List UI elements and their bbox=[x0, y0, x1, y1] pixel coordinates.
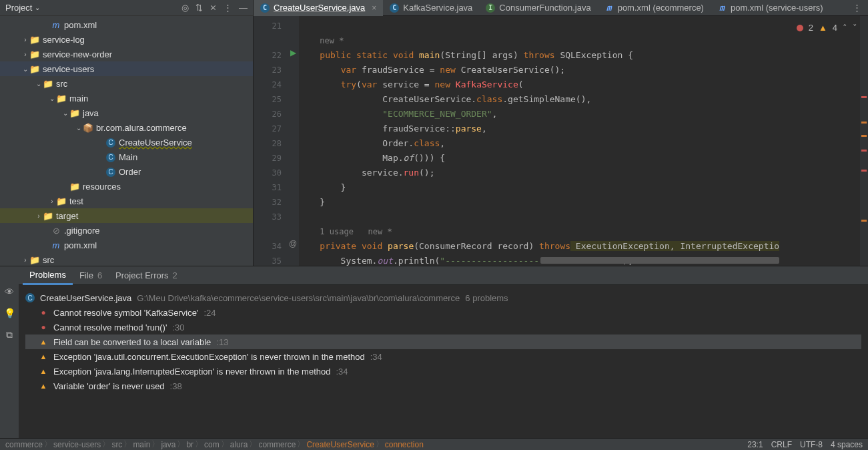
warning-icon: ▲ bbox=[819, 23, 827, 33]
tree-item[interactable]: COrder bbox=[0, 164, 253, 179]
tree-arrow-icon[interactable]: ⌄ bbox=[61, 109, 69, 117]
problem-item[interactable]: Cannot resolve method 'run()':30 bbox=[25, 320, 861, 334]
prev-highlight-icon[interactable]: ˄ bbox=[843, 23, 847, 33]
tree-item[interactable]: CCreateUserService bbox=[0, 135, 253, 150]
problem-item[interactable]: ▲Exception 'java.util.concurrent.Executi… bbox=[25, 349, 861, 364]
override-gutter-icon[interactable]: @ bbox=[289, 239, 297, 248]
status-item[interactable]: 23:1 bbox=[747, 440, 763, 449]
error-stripe[interactable] bbox=[860, 16, 868, 266]
tree-item[interactable]: ›📁service-log bbox=[0, 32, 253, 47]
module-icon: 📁 bbox=[29, 49, 40, 59]
sidebar-title[interactable]: Project bbox=[5, 3, 32, 13]
project-tree[interactable]: mpom.xml›📁service-log›📁service-new-order… bbox=[0, 16, 253, 268]
breadcrumb-item[interactable]: CreateUserService bbox=[306, 440, 374, 449]
tree-label: pom.xml bbox=[64, 20, 97, 30]
breadcrumb-item[interactable]: connection bbox=[385, 440, 424, 449]
problems-tab-problems[interactable]: Problems bbox=[23, 266, 73, 285]
tree-item[interactable]: ›📁service-new-order bbox=[0, 47, 253, 61]
tree-arrow-icon[interactable]: ⌄ bbox=[21, 65, 29, 73]
maven-icon: m bbox=[717, 3, 727, 13]
warning-icon: ▲ bbox=[39, 367, 48, 376]
tree-item[interactable]: mpom.xml bbox=[0, 238, 253, 252]
tree-item[interactable]: ›📁test bbox=[0, 194, 253, 208]
tree-item[interactable]: ⌄📁src bbox=[0, 76, 253, 91]
tabs-more-icon[interactable]: ⋮ bbox=[853, 3, 868, 13]
problem-item[interactable]: ▲Exception 'java.lang.InterruptedExcepti… bbox=[25, 364, 861, 379]
breadcrumb[interactable]: commerce 〉 service-users 〉 src 〉 main 〉 … bbox=[5, 439, 424, 450]
tree-arrow-icon[interactable]: › bbox=[21, 256, 29, 264]
select-opened-file-icon[interactable]: ◎ bbox=[181, 3, 189, 13]
tree-arrow-icon[interactable]: › bbox=[21, 51, 29, 58]
tree-label: test bbox=[69, 196, 83, 206]
source-folder-icon: 📁 bbox=[69, 108, 80, 118]
tree-arrow-icon[interactable]: › bbox=[21, 36, 29, 43]
chevron-down-icon[interactable]: ⌄ bbox=[35, 4, 40, 11]
run-gutter-icon[interactable]: ▶ bbox=[290, 48, 296, 57]
breadcrumb-item[interactable]: com bbox=[204, 440, 220, 449]
next-highlight-icon[interactable]: ˅ bbox=[853, 23, 857, 33]
close-icon[interactable]: × bbox=[372, 3, 376, 13]
breadcrumb-item[interactable]: br bbox=[186, 440, 193, 449]
problems-panel: 👁 💡 ⧉ Problems File6 Project Errors2 C C… bbox=[0, 266, 868, 438]
breadcrumb-item[interactable]: commerce bbox=[5, 440, 43, 449]
breadcrumb-item[interactable]: commerce bbox=[258, 440, 296, 449]
problem-item[interactable]: ▲Field can be converted to a local varia… bbox=[25, 334, 861, 349]
error-icon bbox=[39, 322, 48, 332]
tab-label: pom.xml (ecommerce) bbox=[618, 3, 704, 13]
tab-pom-ecommerce[interactable]: m pom.xml (ecommerce) bbox=[598, 0, 711, 16]
collapse-all-icon[interactable]: ⨯ bbox=[209, 3, 217, 13]
tree-item[interactable]: ⌄📁service-users bbox=[0, 61, 253, 76]
problem-location: :34 bbox=[336, 367, 348, 377]
tab-consumerfunction[interactable]: I ConsumerFunction.java bbox=[479, 0, 597, 16]
tree-item[interactable]: ⌄📁main bbox=[0, 91, 253, 105]
problem-item[interactable]: ▲Variable 'order' is never used:38 bbox=[25, 379, 861, 393]
problem-item[interactable]: Cannot resolve symbol 'KafkaService':24 bbox=[25, 305, 861, 320]
breadcrumb-item[interactable]: service-users bbox=[53, 440, 101, 449]
tree-item[interactable]: CMain bbox=[0, 150, 253, 164]
status-item[interactable]: CRLF bbox=[771, 440, 792, 449]
tree-arrow-icon[interactable]: ⌄ bbox=[35, 80, 43, 87]
ptab-label: Project Errors bbox=[115, 270, 168, 280]
problems-body: C CreateUserService.java G:\Meu Drive\ka… bbox=[19, 285, 868, 438]
hide-icon[interactable]: — bbox=[239, 3, 248, 13]
status-item[interactable]: 4 spaces bbox=[831, 440, 863, 449]
breadcrumb-item[interactable]: src bbox=[111, 440, 122, 449]
tab-createuserservice[interactable]: C CreateUserService.java × bbox=[254, 0, 383, 16]
tree-arrow-icon[interactable]: › bbox=[35, 212, 43, 220]
tree-arrow-icon[interactable]: ⌄ bbox=[75, 124, 83, 132]
copy-icon[interactable]: ⧉ bbox=[6, 329, 13, 341]
tree-item[interactable]: ›📁target bbox=[0, 208, 253, 223]
breadcrumb-item[interactable]: alura bbox=[230, 440, 248, 449]
tree-item[interactable]: 📁resources bbox=[0, 179, 253, 194]
tab-pom-service-users[interactable]: m pom.xml (service-users) bbox=[711, 0, 830, 16]
inspection-widget[interactable]: 2 ▲ 4 ˄ ˅ bbox=[794, 21, 860, 34]
problems-tab-project-errors[interactable]: Project Errors2 bbox=[109, 266, 184, 285]
problems-tab-file[interactable]: File6 bbox=[73, 266, 109, 285]
problems-file-header[interactable]: C CreateUserService.java G:\Meu Drive\ka… bbox=[25, 290, 861, 305]
expand-all-icon[interactable]: ⇅ bbox=[195, 3, 203, 13]
ptab-count: 6 bbox=[97, 270, 102, 280]
problems-tabs: Problems File6 Project Errors2 bbox=[19, 266, 868, 285]
module-icon: 📁 bbox=[29, 64, 40, 74]
intention-bulb-icon[interactable]: 💡 bbox=[4, 308, 15, 318]
tree-arrow-icon[interactable]: › bbox=[48, 198, 56, 205]
tree-item[interactable]: ⌄📦br.com.alura.commerce bbox=[0, 120, 253, 135]
view-options-icon[interactable]: 👁 bbox=[5, 286, 14, 297]
code-editor[interactable]: 212223242526272829303132333435 ▶@ new * … bbox=[254, 16, 868, 266]
tree-arrow-icon[interactable]: ⌄ bbox=[48, 95, 56, 102]
tree-item[interactable]: mpom.xml bbox=[0, 17, 253, 32]
warning-icon: ▲ bbox=[39, 381, 48, 391]
tab-kafkaservice[interactable]: C KafkaService.java bbox=[383, 0, 479, 16]
settings-icon[interactable]: ⋮ bbox=[224, 3, 232, 13]
tree-item[interactable]: ›📁src bbox=[0, 252, 253, 267]
problem-text: Exception 'java.util.concurrent.Executio… bbox=[53, 352, 365, 362]
tree-item[interactable]: ⌄📁java bbox=[0, 105, 253, 120]
tree-item[interactable]: ⊘.gitignore bbox=[0, 223, 253, 238]
breadcrumb-item[interactable]: main bbox=[133, 440, 150, 449]
problem-text: Exception 'java.lang.InterruptedExceptio… bbox=[53, 367, 330, 377]
code-area[interactable]: new * public static void main(String[] a… bbox=[299, 16, 868, 266]
horizontal-scrollbar[interactable] bbox=[540, 257, 859, 264]
breadcrumb-item[interactable]: java bbox=[161, 440, 175, 449]
java-class-icon: C bbox=[25, 293, 35, 302]
status-item[interactable]: UTF-8 bbox=[800, 440, 823, 449]
